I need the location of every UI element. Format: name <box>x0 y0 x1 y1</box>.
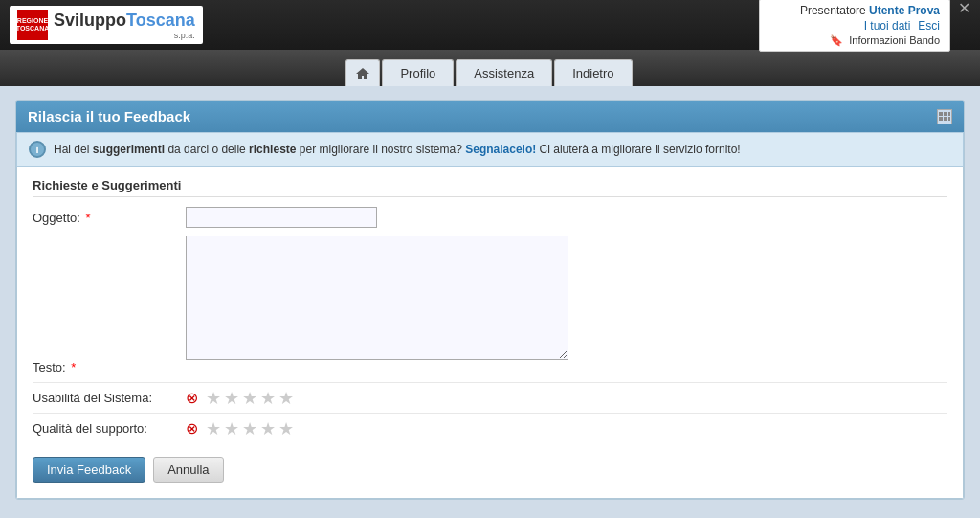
svg-rect-1 <box>944 112 947 116</box>
region-logo: REGIONE TOSCANA <box>17 10 48 40</box>
svg-rect-4 <box>944 117 947 121</box>
grid-icon <box>939 112 950 122</box>
usabilita-star-2[interactable]: ★ <box>224 390 241 407</box>
logo-area: REGIONE TOSCANA SviluppoToscana s.p.a. <box>10 6 203 44</box>
oggetto-input[interactable] <box>186 207 377 228</box>
qualita-stars: ★ ★ ★ ★ ★ <box>206 420 296 438</box>
segnalacelo-link[interactable]: Segnalacelo! <box>465 143 536 156</box>
top-bar: REGIONE TOSCANA SviluppoToscana s.p.a. P… <box>0 0 980 50</box>
button-row: Invia Feedback Annulla <box>33 457 947 483</box>
qualita-star-1[interactable]: ★ <box>206 420 223 438</box>
usabilita-rating: ⊗ ★ ★ ★ ★ ★ <box>186 389 296 407</box>
qualita-label: Qualità del supporto: <box>33 421 186 436</box>
page-title: Rilascia il tuo Feedback <box>28 108 190 124</box>
info-bando-link[interactable]: Informazioni Bando <box>849 34 940 46</box>
qualita-row: Qualità del supporto: ⊗ ★ ★ ★ ★ ★ <box>33 413 947 443</box>
testo-row: Testo: * <box>33 236 947 374</box>
main-card: Rilascia il tuo Feedback i Hai dei sugge… <box>15 100 965 500</box>
nav-tab-assistenza[interactable]: Assistenza <box>456 59 552 86</box>
svg-rect-0 <box>939 112 943 116</box>
nav-bar: Profilo Assistenza Indietro <box>0 50 980 86</box>
clear-qualita-button[interactable]: ⊗ <box>186 419 198 438</box>
usabilita-star-4[interactable]: ★ <box>260 390 278 407</box>
usabilita-star-5[interactable]: ★ <box>278 390 296 407</box>
my-data-link[interactable]: I tuoi dati <box>864 19 911 33</box>
presenter-line: Presentatore Utente Prova <box>769 4 940 17</box>
user-info-box: Presentatore Utente Prova I tuoi dati Es… <box>759 0 950 52</box>
info-bando-line: 🔖 Informazioni Bando <box>769 34 940 47</box>
nav-tab-indietro[interactable]: Indietro <box>554 59 632 86</box>
info-box: i Hai dei suggerimenti da darci o delle … <box>16 132 964 167</box>
home-nav-button[interactable] <box>345 59 380 86</box>
brand-text: SviluppoToscana s.p.a. <box>54 11 195 40</box>
usabilita-stars: ★ ★ ★ ★ ★ <box>206 390 296 407</box>
close-button[interactable]: ✕ <box>958 0 970 17</box>
info-icon: i <box>29 141 46 158</box>
top-right-area: Presentatore Utente Prova I tuoi dati Es… <box>759 0 970 52</box>
nav-tab-profilo[interactable]: Profilo <box>382 59 454 86</box>
username-label: Utente Prova <box>869 4 940 17</box>
home-icon <box>355 67 370 80</box>
oggetto-row: Oggetto: * <box>33 207 947 228</box>
form-group-title: Richieste e Suggerimenti <box>33 178 947 197</box>
clear-usabilita-button[interactable]: ⊗ <box>186 389 198 407</box>
qualita-rating: ⊗ ★ ★ ★ ★ ★ <box>186 419 296 438</box>
section-header-icon[interactable] <box>937 109 952 124</box>
usabilita-star-1[interactable]: ★ <box>206 390 223 407</box>
form-section: Richieste e Suggerimenti Oggetto: * Test… <box>16 167 964 499</box>
oggetto-control <box>186 207 947 228</box>
usabilita-label: Usabilità del Sistema: <box>33 391 186 405</box>
testo-label-area: Testo: * <box>33 236 186 374</box>
page-content: Rilascia il tuo Feedback i Hai dei sugge… <box>0 86 980 513</box>
qualita-star-3[interactable]: ★ <box>242 420 259 438</box>
qualita-star-5[interactable]: ★ <box>278 420 296 438</box>
invia-feedback-button[interactable]: Invia Feedback <box>33 457 145 483</box>
annulla-button[interactable]: Annulla <box>153 457 223 483</box>
qualita-star-2[interactable]: ★ <box>224 420 241 438</box>
info-message: Hai dei suggerimenti da darci o delle ri… <box>54 143 741 156</box>
spa-label: s.p.a. <box>54 31 195 40</box>
testo-control <box>186 236 947 363</box>
oggetto-label: Oggetto: * <box>33 207 186 225</box>
svg-rect-5 <box>948 117 950 121</box>
usabilita-star-3[interactable]: ★ <box>242 390 259 407</box>
required-star-testo: * <box>71 360 76 374</box>
svg-rect-3 <box>939 117 943 121</box>
svg-rect-2 <box>948 112 950 116</box>
user-links: I tuoi dati Esci <box>769 19 940 33</box>
logout-link[interactable]: Esci <box>918 19 940 33</box>
qualita-star-4[interactable]: ★ <box>260 420 278 438</box>
presenter-label: Presentatore <box>800 4 866 17</box>
required-star-oggetto: * <box>86 211 91 225</box>
testo-textarea[interactable] <box>186 236 568 360</box>
section-header: Rilascia il tuo Feedback <box>16 101 964 132</box>
usabilita-row: Usabilità del Sistema: ⊗ ★ ★ ★ ★ ★ <box>33 382 947 413</box>
